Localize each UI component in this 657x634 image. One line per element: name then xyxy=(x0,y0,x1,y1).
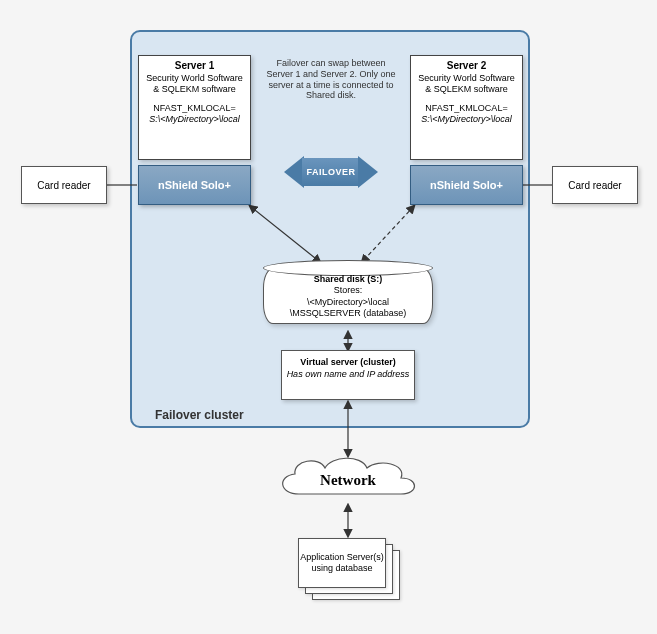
virtual-server-subtitle: Has own name and IP address xyxy=(286,369,410,381)
server-1-software-line1: Security World Software xyxy=(142,73,247,84)
server-2-box: Server 2 Security World Software & SQLEK… xyxy=(410,55,523,160)
server-1-env-path: S:\<MyDirectory>\local xyxy=(142,114,247,125)
server-1-title: Server 1 xyxy=(142,60,247,73)
server-2-software-line2: & SQLEKM software xyxy=(414,84,519,95)
virtual-server-box: Virtual server (cluster) Has own name an… xyxy=(281,350,415,400)
failover-cluster-label: Failover cluster xyxy=(155,408,244,422)
server-1-env-label: NFAST_KMLOCAL= xyxy=(142,103,247,114)
application-servers-stack: Application Server(s) using database xyxy=(298,538,398,598)
card-reader-left: Card reader xyxy=(21,166,107,204)
network-cloud: Network xyxy=(269,454,427,506)
failover-badge-label: FAILOVER xyxy=(302,158,360,186)
server-1-box: Server 1 Security World Software & SQLEK… xyxy=(138,55,251,160)
failover-badge: FAILOVER xyxy=(284,152,378,192)
arrow-left-icon xyxy=(284,156,304,188)
shared-disk-path2: \MSSQLSERVER (database) xyxy=(263,308,433,319)
app-server-label: Application Server(s) using database xyxy=(299,552,385,575)
server-2-title: Server 2 xyxy=(414,60,519,73)
shared-disk-subtitle: Stores: xyxy=(263,285,433,296)
server-2-env-label: NFAST_KMLOCAL= xyxy=(414,103,519,114)
server-2-software-line1: Security World Software xyxy=(414,73,519,84)
network-label: Network xyxy=(269,454,427,506)
server-1-software-line2: & SQLEKM software xyxy=(142,84,247,95)
server-2-env-path: S:\<MyDirectory>\local xyxy=(414,114,519,125)
server-1-nshield: nShield Solo+ xyxy=(138,165,251,205)
app-server-box-front: Application Server(s) using database xyxy=(298,538,386,588)
shared-disk-title: Shared disk (S:) xyxy=(263,274,433,285)
shared-disk-path1: \<MyDirectory>\local xyxy=(263,297,433,308)
shared-disk: Shared disk (S:) Stores: \<MyDirectory>\… xyxy=(263,260,433,332)
server-2-nshield: nShield Solo+ xyxy=(410,165,523,205)
virtual-server-title: Virtual server (cluster) xyxy=(286,357,410,369)
arrow-right-icon xyxy=(358,156,378,188)
failover-note: Failover can swap between Server 1 and S… xyxy=(265,58,397,101)
card-reader-right: Card reader xyxy=(552,166,638,204)
